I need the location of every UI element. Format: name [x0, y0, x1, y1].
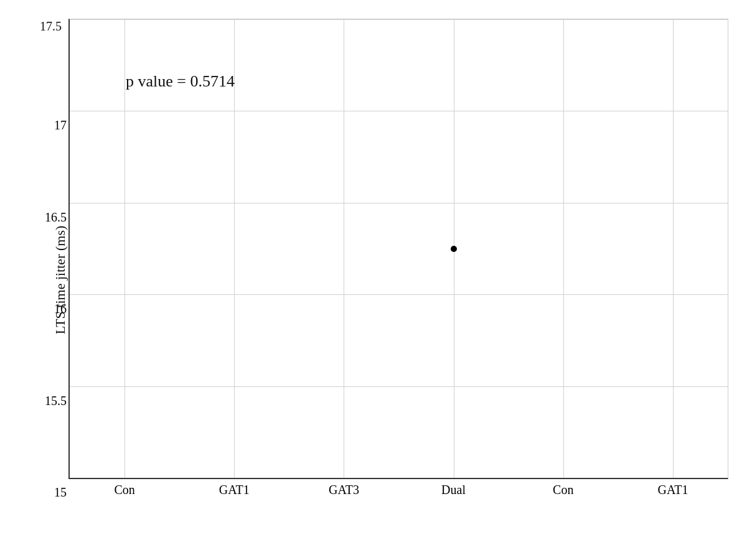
x-tick-con2: Con — [553, 483, 573, 497]
x-tick-con1: Con — [114, 483, 134, 497]
y-tick-17: 17 — [29, 118, 67, 133]
grid-v-6 — [673, 19, 674, 478]
p-value-annotation: p value = 0.5714 — [126, 72, 235, 91]
y-tick-16_5: 16.5 — [29, 210, 67, 224]
y-axis-label: LTS time jitter (ms) — [52, 226, 68, 335]
grid-h-15_5 — [70, 386, 728, 387]
data-point-dual — [451, 246, 457, 252]
grid-h-16 — [70, 294, 728, 295]
grid-h-16_5 — [70, 203, 728, 203]
grid-v-3 — [344, 19, 344, 478]
x-tick-gat1-1: GAT1 — [219, 483, 250, 497]
x-tick-gat1-2: GAT1 — [657, 483, 688, 497]
x-tick-dual: Dual — [441, 483, 466, 497]
grid-h-17_5 — [70, 19, 728, 20]
x-tick-gat3: GAT3 — [329, 483, 359, 497]
y-tick-16: 16 — [29, 302, 67, 316]
grid-h-17 — [70, 111, 728, 111]
y-tick-15_5: 15.5 — [29, 393, 67, 408]
grid-v-5 — [563, 19, 564, 478]
chart-container: LTS time jitter (ms) 17.5 17 16.5 16 15.… — [0, 0, 747, 560]
chart-plot-area: 17.5 17 16.5 16 15.5 15 Con GAT1 GAT3 Du… — [68, 19, 728, 479]
y-tick-15: 15 — [29, 485, 67, 500]
grid-v-1 — [125, 19, 125, 478]
